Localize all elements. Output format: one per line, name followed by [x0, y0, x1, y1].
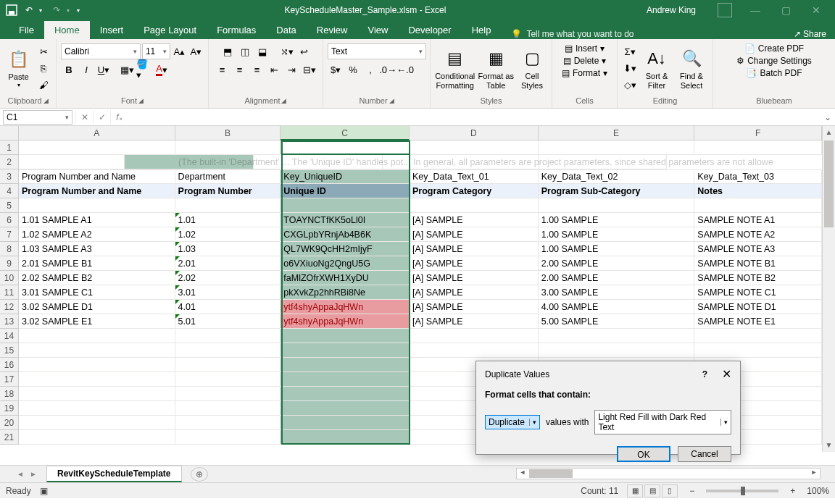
cell-F12[interactable]: SAMPLE NOTE D1 [694, 300, 822, 314]
cell-D5[interactable] [410, 198, 539, 213]
row-header-10[interactable]: 10 [0, 271, 19, 285]
cell-E1[interactable] [539, 140, 695, 155]
cell-C3[interactable]: Key_UniqueID [281, 169, 410, 184]
cell-B6[interactable]: 1.01 [175, 213, 281, 227]
increase-font-icon[interactable]: A▴ [172, 43, 187, 59]
cell-A1[interactable] [19, 140, 175, 155]
zoom-slider[interactable] [706, 490, 778, 492]
cell-B7[interactable]: 1.02 [175, 227, 281, 242]
sheet-nav-last-icon[interactable]: ► [28, 470, 39, 478]
cell-C18[interactable] [281, 387, 410, 401]
cell-B1[interactable] [175, 140, 281, 155]
tell-me-box[interactable]: 💡 Tell me what you want to do [511, 29, 633, 39]
align-top-icon[interactable]: ⬒ [220, 43, 236, 59]
autosum-icon[interactable]: Σ▾ [622, 44, 638, 60]
merge-center-icon[interactable]: ⊟▾ [302, 62, 317, 77]
sort-filter-button[interactable]: A↓Sort & Filter [641, 47, 673, 89]
cell-B3[interactable]: Department [175, 169, 281, 184]
cell-D9[interactable]: [A] SAMPLE [410, 256, 539, 271]
cell-C12[interactable]: ytf4shyAppaJqHWn [281, 300, 410, 314]
cell-B11[interactable]: 3.01 [175, 285, 281, 300]
cell-E9[interactable]: 2.00 SAMPLE [539, 256, 695, 271]
create-pdf-button[interactable]: 📄 Create PDF [744, 43, 804, 54]
cell-E15[interactable] [539, 343, 695, 358]
sheet-nav-first-icon[interactable]: ◄ [14, 470, 26, 478]
cell-D15[interactable] [410, 343, 539, 358]
cell-E7[interactable]: 1.00 SAMPLE [539, 227, 695, 242]
row-header-1[interactable]: 1 [0, 140, 19, 155]
number-launcher[interactable]: ◢ [389, 97, 394, 104]
column-header-E[interactable]: E [539, 126, 695, 140]
find-select-button[interactable]: 🔍Find & Select [676, 47, 707, 89]
cell-F1[interactable] [694, 140, 822, 155]
cell-C8[interactable]: QL7WK9QcHH2mIjyF [281, 242, 410, 256]
cell-C5[interactable] [281, 198, 410, 213]
tab-file[interactable]: File [9, 21, 44, 39]
number-format-combo[interactable]: Text [328, 43, 426, 59]
zoom-in-icon[interactable]: + [787, 486, 798, 496]
zoom-level[interactable]: 100% [807, 486, 829, 496]
tab-formulas[interactable]: Formulas [207, 21, 266, 39]
dialog-help-icon[interactable]: ? [702, 369, 707, 379]
alignment-launcher[interactable]: ◢ [281, 97, 286, 104]
cell-A10[interactable]: 2.02 SAMPLE B2 [19, 271, 175, 285]
cell-F9[interactable]: SAMPLE NOTE B1 [694, 256, 822, 271]
tab-review[interactable]: Review [307, 21, 358, 39]
ok-button[interactable]: OK [617, 446, 670, 462]
align-middle-icon[interactable]: ◫ [237, 43, 253, 59]
insert-cells-button[interactable]: ▤ Insert ▾ [565, 43, 605, 54]
align-left-icon[interactable]: ≡ [215, 62, 230, 77]
scroll-thumb-vertical[interactable] [824, 140, 834, 227]
cell-C15[interactable] [281, 343, 410, 358]
column-header-C[interactable]: C [281, 126, 410, 140]
cell-C19[interactable] [281, 401, 410, 416]
cell-C4[interactable]: Unique ID [281, 184, 410, 198]
align-bottom-icon[interactable]: ⬓ [254, 43, 270, 59]
zoom-out-icon[interactable]: − [686, 486, 697, 496]
cell-C14[interactable] [281, 329, 410, 343]
batch-pdf-button[interactable]: 📑 Batch PDF [746, 68, 802, 78]
cell-F10[interactable]: SAMPLE NOTE B2 [694, 271, 822, 285]
row-header-19[interactable]: 19 [0, 401, 19, 416]
cell-B20[interactable] [175, 416, 281, 430]
column-header-B[interactable]: B [175, 126, 281, 140]
share-button[interactable]: ↗ Share [794, 29, 826, 39]
new-sheet-button[interactable]: ⊕ [191, 467, 208, 482]
row-header-8[interactable]: 8 [0, 242, 19, 256]
cell-E14[interactable] [539, 329, 695, 343]
row-header-15[interactable]: 15 [0, 343, 19, 358]
format-painter-icon[interactable]: 🖌 [36, 77, 51, 93]
row-header-7[interactable]: 7 [0, 227, 19, 242]
column-header-F[interactable]: F [694, 126, 822, 140]
cell-C10[interactable]: faMlZOfrXWH1XyDU [281, 271, 410, 285]
cell-D12[interactable]: [A] SAMPLE [410, 300, 539, 314]
increase-decimal-icon[interactable]: .0→ [380, 62, 396, 77]
macro-record-icon[interactable]: ▣ [40, 486, 48, 496]
cell-C1[interactable] [281, 140, 410, 155]
minimize-button[interactable]: — [741, 1, 770, 19]
cell-D4[interactable]: Program Category [410, 184, 539, 198]
cell-D13[interactable]: [A] SAMPLE [410, 314, 539, 329]
row-header-11[interactable]: 11 [0, 285, 19, 300]
delete-cells-button[interactable]: ▤ Delete ▾ [563, 56, 607, 66]
page-layout-view-icon[interactable]: ▤ [644, 484, 660, 497]
cell-C20[interactable] [281, 416, 410, 430]
wrap-text-icon[interactable]: ↩ [296, 43, 312, 59]
column-header-A[interactable]: A [19, 126, 175, 140]
qat-customize-icon[interactable]: ▾ [77, 7, 84, 14]
cell-E11[interactable]: 3.00 SAMPLE [539, 285, 695, 300]
cell-B10[interactable]: 2.02 [175, 271, 281, 285]
cell-A15[interactable] [19, 343, 175, 358]
cell-F7[interactable]: SAMPLE NOTE A2 [694, 227, 822, 242]
row-header-16[interactable]: 16 [0, 358, 19, 372]
cell-A3[interactable]: Program Number and Name [19, 169, 175, 184]
cell-E10[interactable]: 2.00 SAMPLE [539, 271, 695, 285]
cell-E6[interactable]: 1.00 SAMPLE [539, 213, 695, 227]
font-color-button[interactable]: A▾ [154, 62, 170, 77]
cell-A2[interactable]: (The built-in 'Department' ... The 'Uniq… [19, 155, 823, 170]
cell-C16[interactable] [281, 358, 410, 372]
format-as-table-button[interactable]: ▦Format as Table [478, 47, 514, 89]
cell-A7[interactable]: 1.02 SAMPLE A2 [19, 227, 175, 242]
increase-indent-icon[interactable]: ⇥ [284, 62, 300, 77]
cell-E4[interactable]: Program Sub-Category [539, 184, 695, 198]
